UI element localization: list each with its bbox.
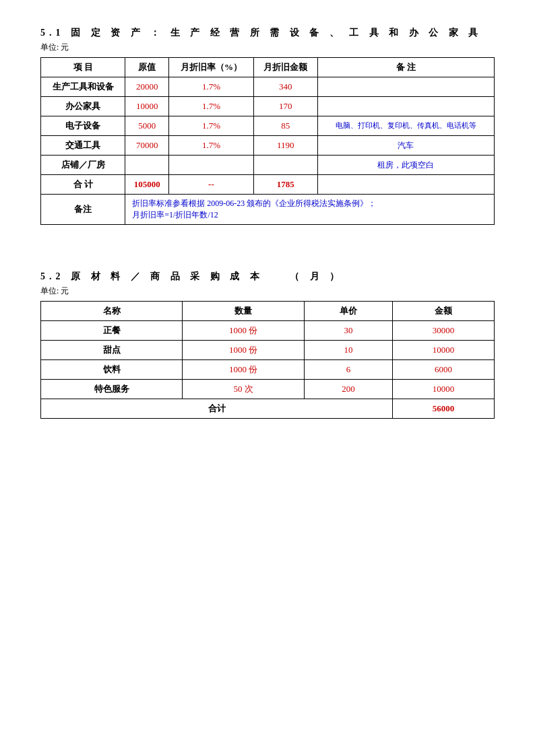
- note: [317, 77, 494, 97]
- table-row: 店铺／厂房租房，此项空白: [41, 156, 495, 175]
- quantity: 50 次: [183, 380, 305, 399]
- total-row: 合 计105000--1785: [41, 175, 495, 195]
- section-5-1-unit: 单位: 元: [40, 42, 495, 53]
- amount: 30000: [393, 321, 495, 341]
- unit-price: 10: [304, 341, 392, 360]
- col-header-original-value: 原值: [125, 58, 169, 77]
- row-name: 甜点: [41, 341, 183, 360]
- total-original: 105000: [125, 175, 169, 195]
- amount: 10000: [393, 341, 495, 360]
- amount: 10000: [393, 380, 495, 399]
- row-name: 电子设备: [41, 116, 125, 136]
- original-value: [125, 156, 169, 175]
- section-5-2-title: 5.2 原 材 料 ／ 商 品 采 购 成 本 （ 月 ）: [40, 271, 495, 283]
- total-label: 合 计: [41, 175, 125, 195]
- section-5-2: 5.2 原 材 料 ／ 商 品 采 购 成 本 （ 月 ） 单位: 元 名称 数…: [40, 271, 495, 419]
- monthly-depreciation: 340: [253, 77, 317, 97]
- subtotal-label: 合计: [41, 399, 393, 419]
- subtotal-amount: 56000: [393, 399, 495, 419]
- table-row: 交通工具700001.7%1190汽车: [41, 136, 495, 156]
- table-row: 电子设备50001.7%85电脑、打印机、复印机、传真机、电话机等: [41, 116, 495, 136]
- row-name: 交通工具: [41, 136, 125, 156]
- section-5-2-unit: 单位: 元: [40, 285, 495, 297]
- original-value: 10000: [125, 97, 169, 116]
- row-name: 特色服务: [41, 380, 183, 399]
- original-value: 70000: [125, 136, 169, 156]
- depreciation-rate: 1.7%: [169, 97, 253, 116]
- row-name: 饮料: [41, 360, 183, 380]
- col-header-monthly-depreciation: 月折旧金额: [253, 58, 317, 77]
- unit-price: 6: [304, 360, 392, 380]
- monthly-depreciation: 170: [253, 97, 317, 116]
- note: 电脑、打印机、复印机、传真机、电话机等: [317, 116, 494, 136]
- section-5-1-title: 5.1 固 定 资 产 ： 生 产 经 营 所 需 设 备 、 工 具 和 办 …: [40, 27, 495, 39]
- note: 汽车: [317, 136, 494, 156]
- quantity: 1000 份: [183, 341, 305, 360]
- section-5-1: 5.1 固 定 资 产 ： 生 产 经 营 所 需 设 备 、 工 具 和 办 …: [40, 27, 495, 225]
- monthly-depreciation: 85: [253, 116, 317, 136]
- section-gap: [40, 230, 495, 271]
- col2-header-unit-price: 单价: [304, 302, 392, 321]
- depreciation-rate: 1.7%: [169, 116, 253, 136]
- row-name: 办公家具: [41, 97, 125, 116]
- amount: 6000: [393, 360, 495, 380]
- depreciation-rate: 1.7%: [169, 77, 253, 97]
- table-row: 办公家具100001.7%170: [41, 97, 495, 116]
- materials-cost-table: 名称 数量 单价 金额 正餐1000 份3030000甜点1000 份10100…: [40, 301, 495, 419]
- fixed-assets-table: 项 目 原值 月折旧率（%） 月折旧金额 备 注 生产工具和设备200001.7…: [40, 57, 495, 225]
- total-rate: --: [169, 175, 253, 195]
- total-note: [317, 175, 494, 195]
- unit-price: 200: [304, 380, 392, 399]
- row-name: 店铺／厂房: [41, 156, 125, 175]
- col2-header-amount: 金额: [393, 302, 495, 321]
- row-name: 生产工具和设备: [41, 77, 125, 97]
- table-row: 特色服务50 次20010000: [41, 380, 495, 399]
- table-row: 生产工具和设备200001.7%340: [41, 77, 495, 97]
- table-row: 甜点1000 份1010000: [41, 341, 495, 360]
- col2-header-name: 名称: [41, 302, 183, 321]
- note: [317, 97, 494, 116]
- subtotal-row: 合计56000: [41, 399, 495, 419]
- table-row: 饮料1000 份66000: [41, 360, 495, 380]
- depreciation-rate: 1.7%: [169, 136, 253, 156]
- row-name: 正餐: [41, 321, 183, 341]
- monthly-depreciation: 1190: [253, 136, 317, 156]
- original-value: 5000: [125, 116, 169, 136]
- unit-price: 30: [304, 321, 392, 341]
- total-depreciation: 1785: [253, 175, 317, 195]
- quantity: 1000 份: [183, 321, 305, 341]
- monthly-depreciation: [253, 156, 317, 175]
- remark-content: 折旧率标准参看根据 2009-06-23 颁布的《企业所得税法实施条例》；月折旧…: [125, 195, 495, 225]
- remark-label: 备注: [41, 195, 125, 225]
- quantity: 1000 份: [183, 360, 305, 380]
- note: 租房，此项空白: [317, 156, 494, 175]
- col2-header-quantity: 数量: [183, 302, 305, 321]
- col-header-note: 备 注: [317, 58, 494, 77]
- depreciation-rate: [169, 156, 253, 175]
- original-value: 20000: [125, 77, 169, 97]
- col-header-depreciation-rate: 月折旧率（%）: [169, 58, 253, 77]
- remark-row: 备注折旧率标准参看根据 2009-06-23 颁布的《企业所得税法实施条例》；月…: [41, 195, 495, 225]
- col-header-item: 项 目: [41, 58, 125, 77]
- table-row: 正餐1000 份3030000: [41, 321, 495, 341]
